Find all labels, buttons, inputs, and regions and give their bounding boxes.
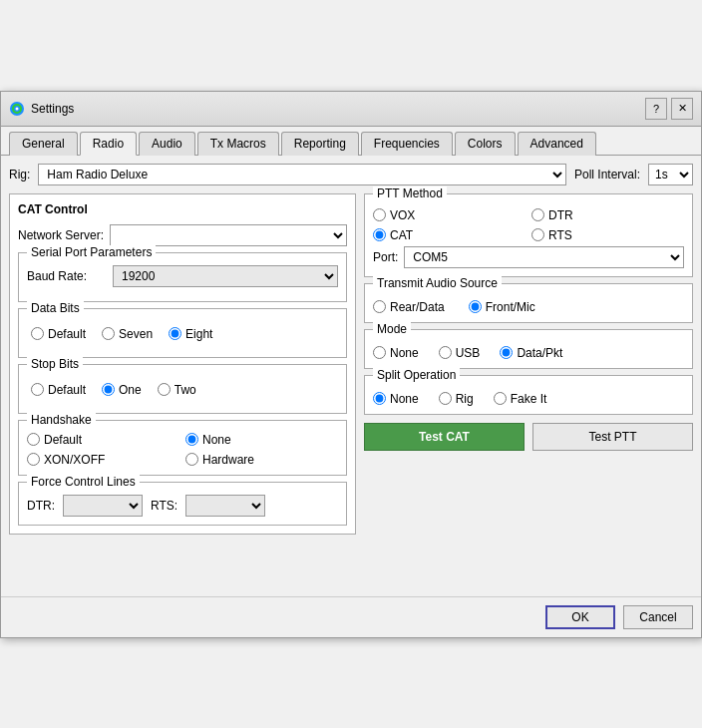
app-icon [9,101,25,117]
transmit-audio-group: Rear/Data Front/Mic [373,300,684,314]
tab-reporting[interactable]: Reporting [281,132,359,156]
handshake-xon-xoff[interactable]: XON/XOFF [27,453,179,467]
rig-label: Rig: [9,168,30,182]
ptt-cat[interactable]: CAT [373,228,526,242]
title-bar-left: Settings [9,101,74,117]
baud-rate-select[interactable]: 19200 [113,265,338,287]
data-bits-eight[interactable]: Eight [169,327,212,341]
handshake-box: Handshake Default None XON/XOFF [18,420,347,476]
tab-radio[interactable]: Radio [80,132,137,156]
split-rig[interactable]: Rig [439,392,474,406]
dtr-select[interactable] [63,495,143,517]
title-bar: Settings ? ✕ [1,92,701,127]
split-group: None Rig Fake It [373,392,684,406]
split-operation-title: Split Operation [373,368,460,382]
network-server-input[interactable] [110,224,347,246]
poll-interval-label: Poll Interval: [574,168,640,182]
ptt-vox[interactable]: VOX [373,208,526,222]
data-bits-default[interactable]: Default [31,327,86,341]
mode-usb[interactable]: USB [439,346,481,360]
mode-title: Mode [373,322,411,336]
stop-bits-two[interactable]: Two [158,383,196,397]
rts-select[interactable] [185,495,265,517]
help-button[interactable]: ? [645,98,667,120]
tab-bar: General Radio Audio Tx Macros Reporting … [1,127,701,156]
data-bits-seven[interactable]: Seven [102,327,153,341]
main-panels: CAT Control Network Server: Serial Port … [9,193,693,535]
stop-bits-one[interactable]: One [102,383,142,397]
serial-params-label: Serial Port Parameters [27,245,156,259]
stop-bits-group: Default One Two [27,375,338,405]
mode-data-pkt[interactable]: Data/Pkt [500,346,562,360]
split-operation-box: Split Operation None Rig Fake It [364,375,693,415]
dtr-label: DTR: [27,499,55,513]
close-button[interactable]: ✕ [671,98,693,120]
tab-general[interactable]: General [9,132,78,156]
ptt-rts[interactable]: RTS [531,228,684,242]
force-lines-row: DTR: RTS: [27,495,338,517]
audio-front-mic[interactable]: Front/Mic [469,300,535,314]
footer: OK Cancel [1,596,701,637]
network-server-row: Network Server: [18,224,347,246]
handshake-default[interactable]: Default [27,433,179,447]
content-area: Rig: Ham Radio Deluxe Poll Interval: 1s … [1,156,701,543]
baud-rate-label: Baud Rate: [27,269,107,283]
baud-rate-row: Baud Rate: 19200 [27,265,338,287]
ok-button[interactable]: OK [545,605,615,629]
mode-group: None USB Data/Pkt [373,346,684,360]
test-buttons-row: Test CAT Test PTT [364,423,693,451]
mode-box: Mode None USB Data/Pkt [364,329,693,369]
rig-row: Rig: Ham Radio Deluxe Poll Interval: 1s [9,164,693,185]
handshake-group: Default None XON/XOFF Hardware [27,433,338,467]
audio-rear-data[interactable]: Rear/Data [373,300,445,314]
ptt-dtr[interactable]: DTR [531,208,684,222]
stop-bits-box: Stop Bits Default One Two [18,364,347,414]
cancel-button[interactable]: Cancel [623,605,693,629]
transmit-audio-title: Transmit Audio Source [373,276,502,290]
serial-params-box: Serial Port Parameters Baud Rate: 19200 [18,252,347,302]
force-control-label: Force Control Lines [27,475,140,489]
data-bits-box: Data Bits Default Seven Eight [18,308,347,358]
rts-label: RTS: [151,499,177,513]
data-bits-group: Default Seven Eight [27,319,338,349]
title-bar-controls: ? ✕ [645,98,693,120]
settings-window: Settings ? ✕ General Radio Audio Tx Macr… [0,91,702,638]
force-control-box: Force Control Lines DTR: RTS: [18,482,347,526]
cat-control-title: CAT Control [18,202,347,216]
cat-control-panel: CAT Control Network Server: Serial Port … [9,193,356,535]
poll-interval-select[interactable]: 1s [648,164,693,185]
port-label: Port: [373,250,398,264]
port-select[interactable]: COM5 [404,246,684,268]
right-panel: PTT Method VOX DTR CAT [364,193,693,535]
tab-audio[interactable]: Audio [139,132,195,156]
stop-bits-label: Stop Bits [27,357,83,371]
handshake-label: Handshake [27,413,96,427]
data-bits-label: Data Bits [27,301,84,315]
ptt-radio-group: VOX DTR CAT RTS [373,208,684,242]
stop-bits-default[interactable]: Default [31,383,86,397]
ptt-method-title: PTT Method [373,186,447,200]
tab-advanced[interactable]: Advanced [518,132,596,156]
window-title: Settings [31,102,74,116]
transmit-audio-box: Transmit Audio Source Rear/Data Front/Mi… [364,283,693,323]
tab-tx-macros[interactable]: Tx Macros [197,132,279,156]
spacer [1,543,701,592]
split-none[interactable]: None [373,392,419,406]
svg-point-3 [16,107,19,110]
tab-frequencies[interactable]: Frequencies [361,132,453,156]
test-cat-button[interactable]: Test CAT [364,423,525,451]
port-row: Port: COM5 [373,246,684,268]
rig-select[interactable]: Ham Radio Deluxe [38,164,566,185]
tab-colors[interactable]: Colors [455,132,516,156]
mode-none[interactable]: None [373,346,419,360]
handshake-none[interactable]: None [185,433,338,447]
handshake-hardware[interactable]: Hardware [185,453,338,467]
test-ptt-button[interactable]: Test PTT [532,423,693,451]
network-server-label: Network Server: [18,228,104,242]
ptt-method-box: PTT Method VOX DTR CAT [364,193,693,277]
split-fake-it[interactable]: Fake It [494,392,547,406]
